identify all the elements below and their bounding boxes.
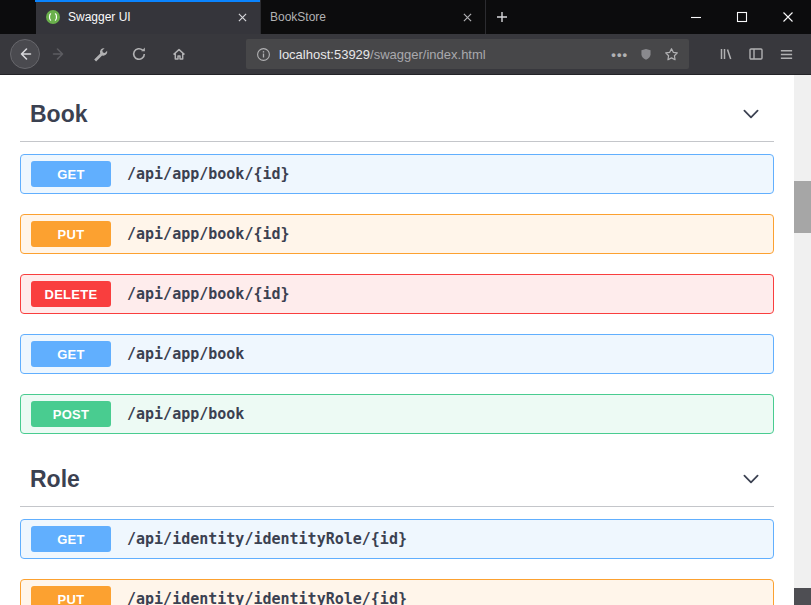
chevron-down-icon[interactable] [738, 101, 764, 127]
page-actions-icon[interactable]: ••• [611, 47, 628, 62]
scrollbar-corner [794, 588, 811, 605]
section-header[interactable]: Role [20, 454, 774, 507]
forward-button[interactable] [44, 39, 74, 69]
page-content: Book GET /api/app/book/{id} PUT /api/app… [0, 75, 811, 605]
site-info-icon[interactable] [256, 47, 271, 62]
method-badge: GET [31, 526, 111, 552]
back-button[interactable] [10, 39, 40, 69]
library-icon[interactable] [711, 39, 741, 69]
url-host: localhost:53929 [279, 47, 370, 62]
api-section: Book GET /api/app/book/{id} PUT /api/app… [20, 89, 774, 434]
close-window-button[interactable] [765, 0, 811, 34]
menu-hamburger-icon[interactable] [771, 39, 801, 69]
section-title: Role [30, 464, 80, 494]
titlebar-drag-space [0, 0, 36, 34]
endpoint-row[interactable]: GET /api/app/book/{id} [20, 154, 774, 194]
method-badge: POST [31, 401, 111, 427]
titlebar-drag-space [518, 0, 673, 34]
home-button[interactable] [164, 39, 194, 69]
endpoint-path: /api/identity/identityRole/{id} [127, 530, 407, 548]
developer-wrench-icon[interactable] [84, 39, 114, 69]
address-bar[interactable]: localhost:53929/swagger/index.html ••• [246, 39, 689, 69]
tab-swagger-ui[interactable]: Swagger UI [36, 0, 261, 34]
navigation-toolbar: localhost:53929/swagger/index.html ••• [0, 34, 811, 75]
minimize-button[interactable] [673, 0, 719, 34]
tab-bookstore[interactable]: BookStore [261, 0, 486, 34]
tracking-shield-icon[interactable] [639, 47, 653, 62]
refresh-button[interactable] [124, 39, 154, 69]
scrollbar-thumb[interactable] [794, 181, 811, 233]
swagger-sections: Book GET /api/app/book/{id} PUT /api/app… [0, 75, 794, 605]
chevron-down-icon[interactable] [738, 466, 764, 492]
maximize-button[interactable] [719, 0, 765, 34]
endpoint-path: /api/app/book [127, 405, 244, 423]
section-title: Book [30, 99, 88, 129]
endpoint-path: /api/identity/identityRole/{id} [127, 590, 407, 605]
section-endpoints: GET /api/identity/identityRole/{id} PUT … [20, 507, 774, 605]
method-badge: GET [31, 161, 111, 187]
section-endpoints: GET /api/app/book/{id} PUT /api/app/book… [20, 142, 774, 434]
endpoint-row[interactable]: PUT /api/app/book/{id} [20, 214, 774, 254]
bookmark-star-icon[interactable] [664, 47, 679, 62]
tab-bar: Swagger UI BookStore [0, 0, 811, 34]
method-badge: GET [31, 341, 111, 367]
section-header[interactable]: Book [20, 89, 774, 142]
method-badge: DELETE [31, 281, 111, 307]
endpoint-row[interactable]: GET /api/app/book [20, 334, 774, 374]
vertical-scrollbar[interactable] [794, 75, 811, 605]
method-badge: PUT [31, 221, 111, 247]
urlbar-actions: ••• [611, 47, 679, 62]
tab-title: BookStore [270, 10, 451, 24]
method-badge: PUT [31, 586, 111, 605]
browser-window: Swagger UI BookStore [0, 0, 811, 605]
tab-close-icon[interactable] [458, 8, 476, 26]
sidebar-toggle-icon[interactable] [741, 39, 771, 69]
api-section: Role GET /api/identity/identityRole/{id}… [20, 454, 774, 605]
endpoint-row[interactable]: POST /api/app/book [20, 394, 774, 434]
url-path: /swagger/index.html [370, 47, 486, 62]
endpoint-row[interactable]: GET /api/identity/identityRole/{id} [20, 519, 774, 559]
tab-close-icon[interactable] [233, 8, 251, 26]
url-text: localhost:53929/swagger/index.html [279, 47, 486, 62]
new-tab-button[interactable] [486, 0, 518, 34]
endpoint-path: /api/app/book [127, 345, 244, 363]
endpoint-path: /api/app/book/{id} [127, 285, 290, 303]
swagger-favicon-icon [45, 9, 61, 25]
endpoint-row[interactable]: DELETE /api/app/book/{id} [20, 274, 774, 314]
tab-title: Swagger UI [68, 10, 226, 24]
endpoint-row[interactable]: PUT /api/identity/identityRole/{id} [20, 579, 774, 605]
endpoint-path: /api/app/book/{id} [127, 225, 290, 243]
endpoint-path: /api/app/book/{id} [127, 165, 290, 183]
